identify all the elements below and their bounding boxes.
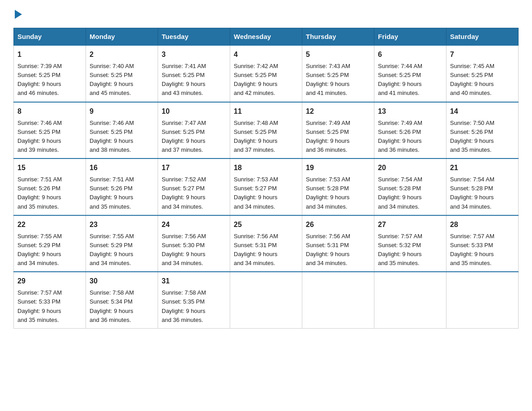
calendar-cell: 24 Sunrise: 7:56 AMSunset: 5:30 PMDaylig…	[158, 215, 230, 272]
calendar-cell: 3 Sunrise: 7:41 AMSunset: 5:25 PMDayligh…	[158, 45, 230, 102]
weekday-header-thursday: Thursday	[302, 28, 374, 46]
calendar-cell: 8 Sunrise: 7:46 AMSunset: 5:25 PMDayligh…	[14, 102, 86, 159]
calendar-cell: 17 Sunrise: 7:52 AMSunset: 5:27 PMDaylig…	[158, 158, 230, 215]
weekday-header-saturday: Saturday	[446, 28, 519, 46]
day-number: 30	[90, 276, 154, 287]
day-number: 9	[90, 106, 154, 117]
day-number: 11	[234, 106, 298, 117]
calendar-cell	[230, 272, 302, 328]
day-info: Sunrise: 7:43 AMSunset: 5:25 PMDaylight:…	[306, 63, 350, 96]
calendar-week-row: 22 Sunrise: 7:55 AMSunset: 5:29 PMDaylig…	[14, 215, 519, 272]
weekday-header-monday: Monday	[86, 28, 158, 46]
calendar-cell: 16 Sunrise: 7:51 AMSunset: 5:26 PMDaylig…	[86, 158, 158, 215]
day-info: Sunrise: 7:58 AMSunset: 5:34 PMDaylight:…	[90, 289, 134, 323]
day-info: Sunrise: 7:54 AMSunset: 5:28 PMDaylight:…	[378, 176, 422, 210]
calendar-cell: 27 Sunrise: 7:57 AMSunset: 5:32 PMDaylig…	[374, 215, 446, 272]
day-info: Sunrise: 7:57 AMSunset: 5:33 PMDaylight:…	[450, 233, 494, 266]
day-info: Sunrise: 7:51 AMSunset: 5:26 PMDaylight:…	[90, 176, 134, 210]
weekday-header-row: SundayMondayTuesdayWednesdayThursdayFrid…	[14, 28, 519, 46]
day-info: Sunrise: 7:49 AMSunset: 5:25 PMDaylight:…	[306, 120, 350, 153]
day-info: Sunrise: 7:50 AMSunset: 5:26 PMDaylight:…	[450, 120, 494, 153]
day-number: 21	[450, 163, 515, 173]
day-number: 13	[378, 106, 442, 117]
calendar-cell: 10 Sunrise: 7:47 AMSunset: 5:25 PMDaylig…	[158, 102, 230, 159]
calendar-cell: 19 Sunrise: 7:53 AMSunset: 5:28 PMDaylig…	[302, 158, 374, 215]
day-number: 20	[378, 163, 442, 173]
calendar-cell: 4 Sunrise: 7:42 AMSunset: 5:25 PMDayligh…	[230, 45, 302, 102]
day-number: 31	[162, 276, 226, 287]
day-info: Sunrise: 7:49 AMSunset: 5:26 PMDaylight:…	[378, 120, 422, 153]
day-info: Sunrise: 7:55 AMSunset: 5:29 PMDaylight:…	[90, 233, 134, 266]
logo-general	[13, 9, 22, 19]
calendar-cell: 13 Sunrise: 7:49 AMSunset: 5:26 PMDaylig…	[374, 102, 446, 159]
day-number: 25	[234, 219, 298, 230]
day-number: 24	[162, 219, 226, 230]
day-info: Sunrise: 7:42 AMSunset: 5:25 PMDaylight:…	[234, 63, 278, 96]
calendar-cell: 18 Sunrise: 7:53 AMSunset: 5:27 PMDaylig…	[230, 158, 302, 215]
day-info: Sunrise: 7:55 AMSunset: 5:29 PMDaylight:…	[17, 233, 62, 266]
calendar-cell: 15 Sunrise: 7:51 AMSunset: 5:26 PMDaylig…	[14, 158, 86, 215]
day-number: 27	[378, 219, 442, 230]
weekday-header-sunday: Sunday	[14, 28, 86, 46]
day-number: 23	[90, 219, 154, 230]
calendar-body: 1 Sunrise: 7:39 AMSunset: 5:25 PMDayligh…	[14, 45, 519, 328]
calendar-cell: 14 Sunrise: 7:50 AMSunset: 5:26 PMDaylig…	[446, 102, 519, 159]
day-info: Sunrise: 7:45 AMSunset: 5:25 PMDaylight:…	[450, 63, 494, 96]
calendar-cell: 30 Sunrise: 7:58 AMSunset: 5:34 PMDaylig…	[86, 272, 158, 328]
day-number: 28	[450, 219, 515, 230]
day-info: Sunrise: 7:44 AMSunset: 5:25 PMDaylight:…	[378, 63, 422, 96]
weekday-header-wednesday: Wednesday	[230, 28, 302, 46]
day-info: Sunrise: 7:40 AMSunset: 5:25 PMDaylight:…	[90, 63, 134, 96]
day-number: 19	[306, 163, 370, 173]
day-info: Sunrise: 7:56 AMSunset: 5:31 PMDaylight:…	[234, 233, 278, 266]
calendar-cell	[374, 272, 446, 328]
day-number: 6	[378, 49, 442, 60]
calendar-week-row: 15 Sunrise: 7:51 AMSunset: 5:26 PMDaylig…	[14, 158, 519, 215]
day-info: Sunrise: 7:57 AMSunset: 5:32 PMDaylight:…	[378, 233, 422, 266]
calendar-cell: 11 Sunrise: 7:48 AMSunset: 5:25 PMDaylig…	[230, 102, 302, 159]
calendar-cell: 5 Sunrise: 7:43 AMSunset: 5:25 PMDayligh…	[302, 45, 374, 102]
weekday-header-friday: Friday	[374, 28, 446, 46]
calendar-cell: 31 Sunrise: 7:58 AMSunset: 5:35 PMDaylig…	[158, 272, 230, 328]
day-number: 10	[162, 106, 226, 117]
day-number: 1	[17, 49, 82, 60]
calendar-cell	[446, 272, 519, 328]
day-info: Sunrise: 7:53 AMSunset: 5:28 PMDaylight:…	[306, 176, 350, 210]
calendar-cell: 6 Sunrise: 7:44 AMSunset: 5:25 PMDayligh…	[374, 45, 446, 102]
calendar-cell: 28 Sunrise: 7:57 AMSunset: 5:33 PMDaylig…	[446, 215, 519, 272]
day-number: 4	[234, 49, 298, 60]
day-info: Sunrise: 7:46 AMSunset: 5:25 PMDaylight:…	[17, 120, 62, 153]
logo	[13, 9, 22, 19]
day-info: Sunrise: 7:39 AMSunset: 5:25 PMDaylight:…	[17, 63, 62, 96]
day-info: Sunrise: 7:57 AMSunset: 5:33 PMDaylight:…	[17, 289, 62, 323]
calendar-cell: 12 Sunrise: 7:49 AMSunset: 5:25 PMDaylig…	[302, 102, 374, 159]
day-number: 26	[306, 219, 370, 230]
calendar-header: SundayMondayTuesdayWednesdayThursdayFrid…	[14, 28, 519, 46]
calendar-cell: 7 Sunrise: 7:45 AMSunset: 5:25 PMDayligh…	[446, 45, 519, 102]
calendar-week-row: 1 Sunrise: 7:39 AMSunset: 5:25 PMDayligh…	[14, 45, 519, 102]
calendar-cell: 9 Sunrise: 7:46 AMSunset: 5:25 PMDayligh…	[86, 102, 158, 159]
day-number: 18	[234, 163, 298, 173]
calendar-cell: 25 Sunrise: 7:56 AMSunset: 5:31 PMDaylig…	[230, 215, 302, 272]
day-number: 8	[17, 106, 82, 117]
calendar-cell: 23 Sunrise: 7:55 AMSunset: 5:29 PMDaylig…	[86, 215, 158, 272]
day-number: 22	[17, 219, 82, 230]
day-number: 14	[450, 106, 515, 117]
day-info: Sunrise: 7:52 AMSunset: 5:27 PMDaylight:…	[162, 176, 206, 210]
calendar-week-row: 8 Sunrise: 7:46 AMSunset: 5:25 PMDayligh…	[14, 102, 519, 159]
day-number: 3	[162, 49, 226, 60]
day-number: 5	[306, 49, 370, 60]
day-info: Sunrise: 7:56 AMSunset: 5:31 PMDaylight:…	[306, 233, 350, 266]
calendar-cell: 1 Sunrise: 7:39 AMSunset: 5:25 PMDayligh…	[14, 45, 86, 102]
day-number: 7	[450, 49, 515, 60]
day-info: Sunrise: 7:51 AMSunset: 5:26 PMDaylight:…	[17, 176, 62, 210]
day-info: Sunrise: 7:56 AMSunset: 5:30 PMDaylight:…	[162, 233, 206, 266]
day-info: Sunrise: 7:46 AMSunset: 5:25 PMDaylight:…	[90, 120, 134, 153]
page-header	[13, 9, 519, 19]
day-info: Sunrise: 7:47 AMSunset: 5:25 PMDaylight:…	[162, 120, 206, 153]
day-info: Sunrise: 7:41 AMSunset: 5:25 PMDaylight:…	[162, 63, 206, 96]
day-info: Sunrise: 7:53 AMSunset: 5:27 PMDaylight:…	[234, 176, 278, 210]
day-number: 12	[306, 106, 370, 117]
day-number: 17	[162, 163, 226, 173]
calendar-cell: 21 Sunrise: 7:54 AMSunset: 5:28 PMDaylig…	[446, 158, 519, 215]
